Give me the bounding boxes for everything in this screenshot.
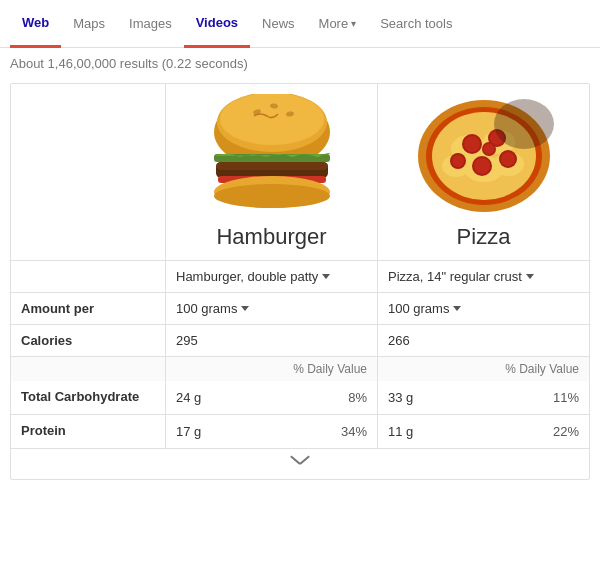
expand-more-row: [11, 448, 589, 479]
pizza-amount-selector[interactable]: 100 grams: [388, 301, 461, 316]
pizza-column: Pizza: [378, 84, 589, 260]
nav-news-label: News: [262, 16, 295, 31]
svg-point-32: [494, 99, 554, 149]
nav-item-images[interactable]: Images: [117, 0, 184, 48]
pizza-carb-data: 33 g 11%: [378, 381, 589, 414]
results-count-text: About 1,46,00,000 results (0.22 seconds): [10, 56, 248, 71]
type-row: Hamburger, double patty Pizza, 14" regul…: [11, 261, 589, 293]
hamburger-image: [202, 94, 342, 214]
type-selector-section: Hamburger, double patty Pizza, 14" regul…: [11, 260, 589, 448]
hamburger-column: Hamburger: [166, 84, 378, 260]
pizza-type-cell: Pizza, 14" regular crust: [378, 261, 589, 292]
hamburger-amount-label: 100 grams: [176, 301, 237, 316]
pizza-name: Pizza: [457, 218, 511, 260]
svg-point-2: [220, 94, 324, 145]
nav-item-search-tools[interactable]: Search tools: [368, 0, 464, 48]
pizza-amount-cell: 100 grams: [378, 293, 589, 324]
type-label-cell: [11, 261, 166, 292]
pizza-image-wrap: [404, 84, 564, 218]
hamburger-amount-arrow: [241, 306, 249, 311]
svg-point-31: [483, 144, 494, 155]
expand-more-button[interactable]: [288, 457, 312, 471]
svg-rect-8: [216, 162, 328, 170]
hamburger-pdv-header: % Daily Value: [166, 357, 378, 381]
calories-label: Calories: [11, 325, 166, 356]
svg-point-21: [464, 136, 480, 152]
hamburger-carb-amount: 24 g: [176, 390, 201, 405]
daily-value-header-row: % Daily Value % Daily Value: [11, 357, 589, 381]
pdv-empty-label: [11, 357, 166, 381]
calories-row: Calories 295 266: [11, 325, 589, 357]
svg-point-11: [214, 184, 330, 208]
carb-row: Total Carbohydrate 24 g 8% 33 g 11%: [11, 381, 589, 415]
carb-label: Total Carbohydrate: [11, 381, 166, 414]
results-count: About 1,46,00,000 results (0.22 seconds): [0, 48, 600, 79]
amount-row: Amount per 100 grams 100 grams: [11, 293, 589, 325]
svg-point-27: [452, 155, 464, 167]
hamburger-carb-pct: 8%: [348, 390, 367, 405]
nav-web-label: Web: [22, 15, 49, 30]
hamburger-calories: 295: [166, 325, 378, 356]
nav-item-news[interactable]: News: [250, 0, 307, 48]
pizza-carb-pct: 11%: [553, 390, 579, 405]
nav-item-more[interactable]: More ▾: [307, 0, 369, 48]
nav-more-label: More: [319, 16, 349, 31]
pizza-pdv-header: % Daily Value: [378, 357, 589, 381]
hamburger-protein-amount: 17 g: [176, 424, 201, 439]
nav-images-label: Images: [129, 16, 172, 31]
pizza-calories: 266: [378, 325, 589, 356]
food-comparison-widget: Hamburger: [10, 83, 590, 480]
svg-point-29: [501, 152, 515, 166]
pizza-carb-amount: 33 g: [388, 390, 413, 405]
protein-label: Protein: [11, 415, 166, 448]
nav-maps-label: Maps: [73, 16, 105, 31]
hamburger-type-arrow: [322, 274, 330, 279]
hamburger-type-label: Hamburger, double patty: [176, 269, 318, 284]
protein-row: Protein 17 g 34% 11 g 22%: [11, 415, 589, 448]
pizza-amount-label: 100 grams: [388, 301, 449, 316]
hamburger-amount-selector[interactable]: 100 grams: [176, 301, 249, 316]
food-images-row: Hamburger: [11, 84, 589, 260]
pizza-amount-arrow: [453, 306, 461, 311]
label-column-top: [11, 84, 166, 260]
nav-item-maps[interactable]: Maps: [61, 0, 117, 48]
pizza-type-arrow: [526, 274, 534, 279]
hamburger-protein-data: 17 g 34%: [166, 415, 378, 448]
chevron-down-icon: [288, 457, 312, 471]
hamburger-image-wrap: [192, 84, 352, 218]
pizza-protein-amount: 11 g: [388, 424, 413, 439]
pizza-image: [414, 94, 554, 214]
nav-videos-label: Videos: [196, 15, 238, 30]
nav-item-videos[interactable]: Videos: [184, 0, 250, 48]
hamburger-carb-data: 24 g 8%: [166, 381, 378, 414]
hamburger-protein-pct: 34%: [341, 424, 367, 439]
hamburger-name: Hamburger: [216, 218, 326, 260]
amount-label: Amount per: [11, 293, 166, 324]
hamburger-type-selector[interactable]: Hamburger, double patty: [176, 269, 330, 284]
more-dropdown-arrow: ▾: [351, 18, 356, 29]
pizza-protein-data: 11 g 22%: [378, 415, 589, 448]
pizza-type-selector[interactable]: Pizza, 14" regular crust: [388, 269, 534, 284]
navigation-bar: Web Maps Images Videos News More ▾ Searc…: [0, 0, 600, 48]
pizza-type-label: Pizza, 14" regular crust: [388, 269, 522, 284]
pizza-protein-pct: 22%: [553, 424, 579, 439]
hamburger-amount-cell: 100 grams: [166, 293, 378, 324]
hamburger-type-cell: Hamburger, double patty: [166, 261, 378, 292]
nav-item-web[interactable]: Web: [10, 0, 61, 48]
svg-point-25: [474, 158, 490, 174]
nav-search-tools-label: Search tools: [380, 16, 452, 31]
